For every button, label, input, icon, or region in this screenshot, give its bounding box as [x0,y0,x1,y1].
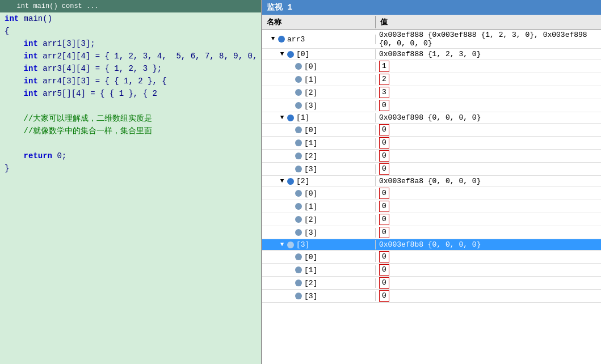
val-box-2-0: 0 [379,188,389,199]
leaf11-label: [1] [304,139,317,147]
leaf02-label: [2] [304,88,317,97]
leaf32-dot [295,280,302,286]
leaf20-label: [0] [304,189,317,198]
node2-label: [2] [296,177,309,185]
leaf00-dot [295,63,302,70]
watch-val-0-3: 0 [376,99,601,112]
leaf30-dot [295,253,302,260]
watch-val-0: 0x003ef888 {1, 2, 3, 0} [376,49,601,59]
watch-row-0-0[interactable]: [0] 1 [262,60,601,73]
val-box-0-1: 2 [379,74,389,85]
watch-val-1-3: 0 [376,163,601,175]
expand-1-icon[interactable]: ▼ [278,114,286,122]
watch-header: 名称 值 [262,15,601,30]
watch-val-1: 0x003ef898 {0, 0, 0, 0} [376,113,601,122]
watch-title: 监视 1 [262,0,601,15]
watch-row-2[interactable]: ▼ [2] 0x003ef8a8 {0, 0, 0, 0} [262,176,601,187]
watch-name-2-1: [1] [262,202,376,211]
watch-row-1-0[interactable]: [0] 0 [262,124,601,137]
watch-col-val-header: 值 [376,16,601,28]
code-topbar-text: int main() const ... [5,2,99,10]
val-box-1-0: 0 [379,124,389,136]
watch-row-3-0[interactable]: [0] 0 [262,251,601,264]
leaf31-dot [295,266,302,273]
leaf01-dot [295,76,302,83]
node2-dot [287,178,294,185]
code-line-arr2: int arr2[4][4] = { 1, 2, 3, 4, 5, 6, 7, … [0,50,261,62]
node1-dot [287,115,294,121]
watch-row-0-2[interactable]: [2] 3 [262,86,601,99]
watch-val-3: 0x003ef8b8 {0, 0, 0, 0} [376,240,601,249]
watch-panel: 监视 1 名称 值 ▼ arr3 0x003ef888 {0x003ef888 … [261,0,601,364]
watch-row-3-1[interactable]: [1] 0 [262,264,601,277]
watch-row-0[interactable]: ▼ [0] 0x003ef888 {1, 2, 3, 0} [262,49,601,60]
expand-arr3-icon[interactable]: ▼ [269,35,277,43]
leaf21-label: [1] [304,202,317,211]
code-line-1: int main() [0,12,261,25]
watch-row-3[interactable]: ▼ [3] 0x003ef8b8 {0, 0, 0, 0} [262,239,601,251]
watch-row-2-1[interactable]: [1] 0 [262,200,601,213]
val-box-0-0: 1 [379,61,389,72]
leaf31-label: [1] [304,266,317,274]
val-box-3-3: 0 [379,290,389,302]
leaf22-dot [295,216,302,223]
watch-val-1-2: 0 [376,150,601,162]
watch-name-0-0: [0] [262,62,376,71]
watch-val-0-2: 3 [376,86,601,99]
watch-row-1[interactable]: ▼ [1] 0x003ef898 {0, 0, 0, 0} [262,112,601,124]
leaf23-dot [295,229,302,236]
leaf13-label: [3] [304,165,317,173]
watch-row-1-2[interactable]: [2] 0 [262,150,601,163]
arr3-dot [278,36,285,43]
watch-name-3-1: [1] [262,265,376,275]
watch-name-1-1: [1] [262,138,376,148]
watch-row-2-0[interactable]: [0] 0 [262,187,601,200]
kw-int: int [5,14,19,23]
watch-row-3-3[interactable]: [3] 0 [262,290,601,303]
watch-val-1-0: 0 [376,124,601,136]
watch-name-1-2: [2] [262,151,376,161]
watch-name-3-2: [2] [262,278,376,288]
watch-row-0-1[interactable]: [1] 2 [262,73,601,86]
val-box-3-1: 0 [379,264,389,276]
watch-name-arr3: ▼ arr3 [262,35,376,44]
node3-label: [3] [296,240,309,249]
leaf20-dot [295,190,302,197]
code-line-arr1: int arr1[3][3]; [0,37,261,50]
expand-3-icon[interactable]: ▼ [278,241,286,249]
watch-title-text: 监视 1 [267,2,292,12]
watch-row-1-3[interactable]: [3] 0 [262,163,601,176]
watch-val-2-1: 0 [376,200,601,213]
watch-row-3-2[interactable]: [2] 0 [262,277,601,290]
watch-val-2-3: 0 [376,226,601,239]
node0-dot [287,51,294,58]
code-topbar: int main() const ... [0,0,261,12]
watch-val-3-3: 0 [376,290,601,302]
leaf01-label: [1] [304,75,317,84]
val-box-2-3: 0 [379,227,389,238]
expand-2-icon[interactable]: ▼ [278,177,286,185]
watch-row-2-2[interactable]: [2] 0 [262,213,601,226]
node0-label: [0] [296,50,309,58]
leaf33-dot [295,293,302,299]
watch-name-3-0: [0] [262,252,376,262]
val-box-2-1: 0 [379,201,389,212]
watch-name-2-3: [3] [262,228,376,238]
val-box-3-2: 0 [379,277,389,289]
leaf32-label: [2] [304,279,317,287]
watch-row-arr3[interactable]: ▼ arr3 0x003ef888 {0x003ef888 {1, 2, 3, … [262,30,601,49]
leaf00-label: [0] [304,62,317,71]
watch-row-1-1[interactable]: [1] 0 [262,137,601,150]
watch-body[interactable]: ▼ arr3 0x003ef888 {0x003ef888 {1, 2, 3, … [262,30,601,364]
code-line-brace2: } [0,162,261,175]
watch-row-0-3[interactable]: [3] 0 [262,99,601,112]
leaf02-dot [295,89,302,96]
watch-name-3-3: [3] [262,291,376,301]
watch-row-2-3[interactable]: [3] 0 [262,226,601,239]
code-line-arr5: int arr5[][4] = { { 1 }, { 2 [0,87,261,100]
watch-val-arr3: 0x003ef888 {0x003ef888 {1, 2, 3, 0}, 0x0… [376,30,601,48]
code-line-blank2 [0,137,261,150]
watch-name-0-1: [1] [262,75,376,84]
leaf21-dot [295,203,302,210]
expand-0-icon[interactable]: ▼ [278,50,286,58]
